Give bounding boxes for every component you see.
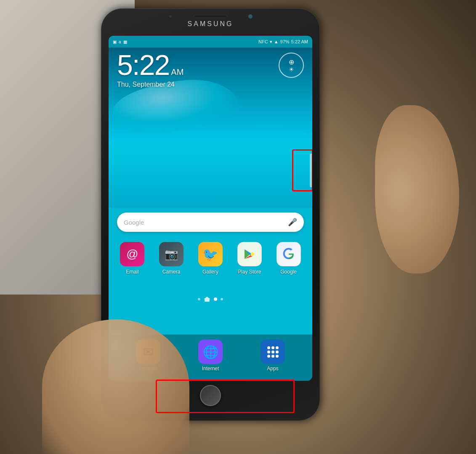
playstore-label: Play Store (238, 269, 261, 275)
apps-grid-dots (267, 346, 279, 358)
battery-percent: 97% (280, 39, 290, 44)
camera-icon: 📷 (159, 242, 183, 266)
gallery-icon: 🐦 (198, 242, 223, 266)
weather-widget[interactable]: ⊕ ☀ (279, 53, 304, 78)
wifi-icon: ▾ (270, 39, 272, 45)
clock-widget[interactable]: 5:22 AM Thu, September 24 (117, 50, 183, 88)
clock-ampm: AM (171, 67, 183, 77)
brand-label: SAMSUNG (188, 20, 234, 28)
app-email[interactable]: @ Email (115, 242, 149, 275)
status-right-info: NFC ▾ ▲ 97% 5:22 AM (258, 39, 308, 45)
status-left-icons: ▣ a ▦ (113, 40, 127, 44)
page-dot-1 (198, 298, 200, 300)
search-placeholder: Google (124, 219, 144, 226)
signal-icon: ▲ (274, 39, 279, 44)
app-row: @ Email 📷 Camera 🐦 (113, 242, 308, 275)
calendar-icon: ▦ (123, 40, 127, 44)
apps-label: Apps (267, 366, 278, 372)
internet-icon: 🌐 (198, 340, 223, 364)
amazon-icon: a (119, 40, 121, 44)
weather-info: ⊕ ☀ (289, 58, 294, 73)
clock-time: 5:22 (117, 50, 169, 79)
top-elements (168, 14, 253, 19)
page-dot-active (214, 297, 217, 301)
google-label: Google (280, 269, 297, 275)
left-hand (42, 319, 189, 454)
gallery-label: Gallery (202, 269, 218, 275)
screen-icon: ▣ (113, 40, 117, 44)
scene: SAMSUNG ▣ a ▦ (0, 0, 476, 454)
app-playstore[interactable]: Play Store (233, 242, 266, 275)
app-camera[interactable]: 📷 Camera (154, 242, 188, 275)
status-time: 5:22 AM (291, 39, 308, 44)
edge-panel-indicator[interactable] (310, 154, 312, 187)
page-dot-3 (221, 298, 223, 300)
playstore-icon (237, 242, 262, 266)
apps-icon (261, 340, 285, 364)
dock-internet[interactable]: 🌐 Internet (198, 340, 223, 372)
page-dot-home (204, 297, 210, 302)
camera-label: Camera (162, 269, 181, 275)
nfc-icon: NFC (258, 39, 268, 44)
clock-date: Thu, September 24 (117, 81, 183, 88)
front-camera (168, 14, 173, 19)
google-icon (277, 242, 301, 266)
app-google[interactable]: Google (272, 242, 306, 275)
speaker-grill (194, 15, 227, 18)
status-bar: ▣ a ▦ NFC ▾ ▲ 97% 5:22 AM (109, 36, 312, 48)
mic-icon[interactable]: 🎤 (288, 218, 297, 227)
app-gallery[interactable]: 🐦 Gallery (194, 242, 227, 275)
home-button[interactable] (200, 385, 221, 406)
proximity-sensor (248, 14, 253, 19)
wave-shape (109, 123, 312, 207)
dock-apps[interactable]: Apps (261, 340, 285, 372)
internet-label: Internet (202, 366, 219, 372)
page-dots (198, 297, 223, 302)
google-search-bar[interactable]: Google 🎤 (117, 212, 304, 232)
email-label: Email (126, 269, 138, 275)
email-icon: @ (120, 242, 144, 266)
